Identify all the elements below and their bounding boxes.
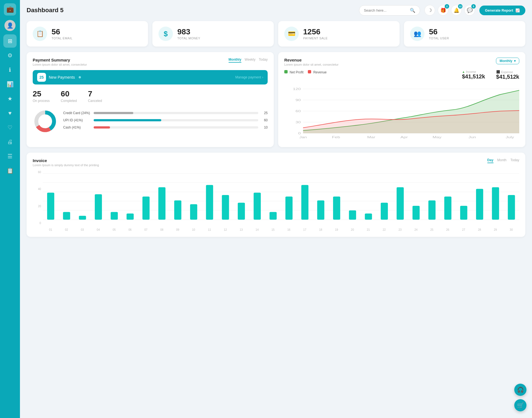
- sidebar-item-settings[interactable]: ⚙: [3, 49, 17, 62]
- sidebar-logo[interactable]: 💼: [4, 3, 16, 16]
- stat-card-email: 📋 56 TOTAL EMAIL: [27, 21, 148, 47]
- stat-card-payment: 💳 1256 PAYMENT SALE: [278, 21, 400, 47]
- payment-summary-card: Payment Summary Lorem ipsum dolor sit am…: [27, 52, 274, 147]
- sidebar-item-info[interactable]: ℹ: [3, 63, 17, 76]
- completed-number: 60: [61, 89, 77, 98]
- credit-bar-fill: [94, 112, 133, 114]
- generate-report-label: Generate Report: [485, 8, 513, 12]
- sidebar-avatar[interactable]: 👤: [4, 20, 16, 31]
- sidebar-item-dashboard[interactable]: ⊞: [3, 34, 17, 48]
- cash-bar-fill: [94, 126, 110, 129]
- y-label-60: 60: [33, 171, 41, 174]
- gift-button[interactable]: 🎁 2: [438, 5, 448, 16]
- sidebar-item-analytics[interactable]: 📊: [3, 78, 17, 91]
- invoice-bar: [206, 185, 213, 220]
- invoice-bar: [444, 197, 451, 220]
- x-label: 29: [487, 228, 503, 231]
- logo-icon: 💼: [6, 6, 14, 13]
- revenue-legend-item: Revenue: [308, 70, 326, 74]
- credit-bar-track: [94, 112, 258, 114]
- manage-payment-link[interactable]: Manage payment ›: [235, 75, 263, 79]
- stat-completed: 60 Completed: [61, 89, 77, 103]
- sidebar-item-print[interactable]: 🖨: [3, 135, 17, 148]
- chat-button[interactable]: 💬 5: [464, 5, 475, 16]
- email-label: TOTAL EMAIL: [52, 37, 73, 40]
- page-title: Dashboard 5: [27, 7, 355, 14]
- invoice-bar: [397, 187, 404, 220]
- payment-stats-row: 25 On process 60 Completed 7 Canceled: [33, 89, 268, 103]
- revenue-card: Revenue Lorem ipsum dolor sit amet, cons…: [278, 52, 525, 147]
- new-payments-badge: 25: [37, 73, 46, 82]
- x-label: 01: [43, 228, 58, 231]
- invoice-bar: [142, 197, 150, 220]
- new-payments-bar: 25 New Payments Manage payment ›: [33, 70, 268, 84]
- tab-today[interactable]: Today: [259, 58, 268, 63]
- svg-text:30: 30: [296, 121, 301, 124]
- donut-chart: [33, 109, 58, 135]
- cart-icon: 🛒: [517, 402, 524, 409]
- revenue-monthly-dropdown[interactable]: Monthly ▾: [496, 58, 519, 64]
- x-label: 05: [106, 228, 122, 231]
- sidebar-item-menu[interactable]: ☰: [3, 150, 17, 163]
- headset-icon: 🎧: [517, 386, 524, 393]
- search-input[interactable]: [364, 8, 408, 12]
- settings-icon: ⚙: [7, 52, 12, 59]
- x-label: 06: [122, 228, 138, 231]
- info-icon: ℹ: [9, 66, 11, 73]
- x-label: 16: [281, 228, 297, 231]
- generate-report-button[interactable]: Generate Report 📈: [479, 6, 525, 15]
- bell-button[interactable]: 🔔 12: [451, 5, 462, 16]
- fab-support-button[interactable]: 🎧: [514, 384, 526, 396]
- sidebar-item-heart[interactable]: ♥: [3, 106, 17, 120]
- x-label: 20: [344, 228, 360, 231]
- net-profit-legend: Net Profit: [284, 70, 303, 74]
- payment-tabs: Monthly Weekly Today: [229, 58, 268, 63]
- payment-label: PAYMENT SALE: [303, 37, 328, 40]
- svg-text:Jan: Jan: [299, 136, 307, 139]
- sidebar-item-list[interactable]: 📋: [3, 164, 17, 177]
- down-arrow-icon: ⬛: [496, 70, 500, 74]
- x-label: 22: [376, 228, 392, 231]
- x-label: 08: [154, 228, 170, 231]
- up-arrow-icon: ▲: [462, 70, 465, 73]
- invoice-bar: [476, 189, 483, 220]
- invoice-bar: [174, 200, 181, 220]
- sidebar-item-star[interactable]: ★: [3, 92, 17, 105]
- payment-summary-title: Payment Summary: [33, 58, 87, 62]
- tab-monthly[interactable]: Monthly: [229, 58, 241, 63]
- invoice-bar: [63, 212, 70, 220]
- chart-bar-icon: 📈: [515, 8, 520, 12]
- y-label-40: 40: [33, 188, 41, 191]
- invoice-bar: [127, 214, 134, 220]
- invoice-bar: [158, 187, 165, 220]
- cash-bar-track: [94, 126, 258, 129]
- tab-today-invoice[interactable]: Today: [510, 158, 519, 163]
- x-label: 25: [424, 228, 440, 231]
- payment-icon: 💳: [284, 27, 299, 41]
- invoice-bar: [270, 212, 277, 220]
- invoice-bar: [285, 197, 293, 220]
- x-label: 02: [58, 228, 74, 231]
- moon-button[interactable]: ☽: [424, 5, 435, 16]
- stat-card-user: 👥 56 TOTAL USER: [404, 21, 525, 47]
- main-content: Dashboard 5 🔍 ☽ 🎁 2 🔔 12 💬 5 Generate Re: [20, 0, 532, 418]
- x-label: 12: [218, 228, 233, 231]
- invoice-card: Invoice Lorem Ipsum is simply dummy text…: [27, 153, 525, 237]
- x-label: 10: [186, 228, 201, 231]
- tab-month[interactable]: Month: [497, 158, 507, 163]
- email-number: 56: [52, 28, 73, 36]
- invoice-bar: [222, 195, 229, 220]
- svg-text:Jun: Jun: [469, 136, 476, 139]
- invoice-bar: [365, 214, 372, 220]
- x-label: 21: [360, 228, 376, 231]
- invoice-bar: [317, 200, 324, 220]
- sidebar-item-heart2[interactable]: ♡: [3, 121, 17, 134]
- fab-cart-button[interactable]: 🛒: [514, 399, 526, 411]
- invoice-x-axis: 0102030405060708091011121314151617181920…: [43, 228, 519, 231]
- tab-weekly[interactable]: Weekly: [245, 58, 255, 63]
- x-label: 04: [90, 228, 106, 231]
- tab-day[interactable]: Day: [487, 158, 493, 163]
- user-icon: 👥: [410, 27, 424, 41]
- search-box[interactable]: 🔍: [359, 5, 420, 16]
- invoice-subtitle: Lorem Ipsum is simply dummy text of the …: [33, 163, 99, 167]
